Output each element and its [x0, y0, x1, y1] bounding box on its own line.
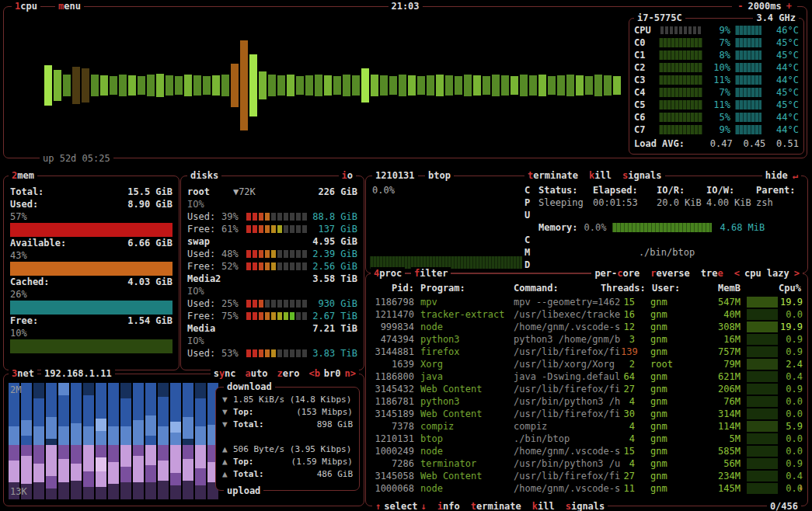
- net-download-segment: [133, 383, 144, 420]
- process-row[interactable]: 999834node/home/gnm/.vscode-s12gnm308M19…: [371, 321, 803, 333]
- scroll-down-indicator[interactable]: ↓: [798, 481, 803, 493]
- terminate-footer-button[interactable]: terminate: [471, 500, 521, 511]
- net-download-segment: [183, 417, 193, 439]
- process-row[interactable]: 3145189Web Content/usr/lib/firefox/fi30g…: [371, 408, 803, 420]
- net-upload-segment: [83, 445, 94, 471]
- cpu-graph-column: [511, 76, 518, 95]
- net-upload-segment: [108, 484, 119, 499]
- header-memory[interactable]: MemB: [697, 282, 741, 294]
- process-row[interactable]: 7378compizcompiz4gnm114M5.9: [371, 420, 803, 433]
- interface-next-button[interactable]: n>: [345, 368, 356, 379]
- meter-block: [302, 300, 307, 308]
- memory-box-title[interactable]: 2mem: [9, 169, 37, 182]
- sync-button[interactable]: sync: [214, 367, 236, 380]
- network-box: 3net 192.168.1.11 syncautozero <bbr0n> 2…: [3, 374, 364, 506]
- select-control[interactable]: ↑select↓: [375, 500, 427, 511]
- process-row[interactable]: 3145058Web Content/usr/lib/firefox/fi27g…: [371, 470, 803, 482]
- sort-prev-button[interactable]: <: [734, 268, 740, 279]
- menu-button[interactable]: menu: [55, 0, 84, 12]
- net-upload-segment: [170, 473, 181, 485]
- meter-block: [277, 300, 282, 308]
- network-graph: [9, 383, 218, 499]
- net-graph-column: [158, 383, 169, 499]
- meter-block: [265, 312, 270, 320]
- process-row[interactable]: 1186800javajava -Dswing.defaul64gnm621M0…: [371, 370, 803, 383]
- terminate-button[interactable]: terminate: [528, 169, 578, 182]
- disk-io-label: IO%: [187, 335, 204, 347]
- meter-block: [302, 250, 307, 258]
- cpu-box-title[interactable]: 1cpu: [12, 0, 40, 12]
- process-row[interactable]: 1186781python3/usr/bin/python3 /h4gnm76M…: [371, 395, 803, 408]
- disks-box-title[interactable]: disks: [187, 169, 221, 182]
- process-memory: 5M: [697, 433, 741, 445]
- detail-cpu-percent: 0.0%: [372, 184, 395, 196]
- memory-stat: Cached:4.03 GiB26%: [10, 276, 173, 315]
- network-box-title[interactable]: 3net: [9, 367, 37, 380]
- reverse-toggle[interactable]: reverse: [650, 267, 690, 280]
- process-row[interactable]: 7286terminator/usr/bin/python3 /u4gnm56M…: [371, 457, 803, 470]
- cpu-graph-column: [352, 75, 360, 96]
- kill-button[interactable]: kill: [589, 169, 612, 182]
- info-button[interactable]: info: [437, 500, 460, 511]
- net-graph-column: [21, 383, 32, 499]
- process-cpu-graph: [747, 396, 778, 407]
- net-upload-segment: [195, 445, 206, 468]
- process-row[interactable]: 3144881firefox/usr/lib/firefox/fi139gnm7…: [371, 346, 803, 358]
- header-threads[interactable]: Threads:: [601, 282, 646, 294]
- net-download-segment: [120, 398, 131, 426]
- header-cpu[interactable]: Cpu%: [770, 282, 801, 294]
- core-usage-percent: 9%: [702, 24, 730, 36]
- core-usage-percent: 7%: [702, 86, 730, 99]
- process-row[interactable]: 1186798mpvmpv --geometry=146215gnm547M19…: [371, 296, 803, 308]
- process-row[interactable]: 474394python3python3 /home/gnm/b3gnm16M0…: [371, 333, 803, 346]
- meter-block: [284, 262, 288, 270]
- io-mode-button[interactable]: io: [339, 169, 356, 182]
- hide-button[interactable]: hide↵: [762, 169, 801, 182]
- sort-next-button[interactable]: >: [794, 268, 800, 279]
- cpu-graph-column: [436, 75, 444, 96]
- process-memory: 547M: [697, 296, 741, 308]
- kill-footer-button[interactable]: kill: [532, 500, 555, 511]
- process-row[interactable]: 1000068node/home/gnm/.vscode-s11gnm145M0…: [371, 482, 803, 495]
- disk-meter-percent: 39%: [221, 210, 246, 223]
- sort-selector[interactable]: <cpu lazy>: [734, 267, 800, 280]
- per-core-toggle[interactable]: per-core: [594, 267, 639, 280]
- header-command[interactable]: Command:: [514, 282, 559, 294]
- meter-block: [290, 213, 294, 221]
- signals-button[interactable]: signals: [622, 169, 662, 182]
- interface-prev-button[interactable]: <b: [308, 368, 319, 379]
- disk-meter: [246, 349, 307, 357]
- process-pid: 474394: [371, 333, 414, 346]
- process-row[interactable]: 1210131btop./bin/btop4gnm5M0.0: [371, 433, 803, 445]
- interval-decrease-button[interactable]: -: [737, 1, 743, 12]
- net-download-segment: [21, 436, 32, 445]
- header-user[interactable]: User:: [652, 282, 680, 294]
- meter-block: [253, 262, 257, 270]
- process-row[interactable]: 1639Xorg/usr/lib/xorg/Xorg2root79M2.4: [371, 358, 803, 370]
- process-memory-meter: [612, 223, 712, 232]
- header-program[interactable]: Program:: [420, 282, 465, 294]
- arrow-up-icon[interactable]: ↑: [375, 501, 381, 511]
- interval-increase-button[interactable]: +: [786, 1, 792, 12]
- tree-toggle[interactable]: tree: [701, 267, 723, 280]
- auto-button[interactable]: auto: [246, 367, 268, 380]
- zero-button[interactable]: zero: [277, 367, 299, 380]
- interface-name: br0: [324, 368, 341, 379]
- io-mode-label: o: [347, 170, 353, 181]
- process-memory: 76M: [697, 395, 741, 408]
- meter-block: [296, 225, 301, 233]
- process-name: Xorg: [420, 358, 507, 370]
- process-box-title[interactable]: 4proc: [371, 267, 405, 280]
- filter-button[interactable]: filter: [411, 267, 451, 280]
- disk-meter-percent: 52%: [221, 260, 246, 273]
- process-row[interactable]: 1211470tracker-extract/usr/libexec/track…: [371, 308, 803, 321]
- meter-block: [277, 262, 282, 270]
- arrow-down-icon[interactable]: ↓: [421, 501, 427, 511]
- process-row[interactable]: 3145432Web Content/usr/lib/firefox/fi27g…: [371, 383, 803, 395]
- cpu-graph-column: [576, 75, 584, 96]
- net-download-segment: [108, 426, 119, 445]
- disk-meter-row: Free:61%137 GiB: [187, 223, 357, 235]
- header-pid[interactable]: Pid:: [371, 282, 414, 294]
- process-row[interactable]: 1000249node/home/gnm/.vscode-s15gnm585M0…: [371, 445, 803, 457]
- signals-footer-button[interactable]: signals: [566, 500, 605, 511]
